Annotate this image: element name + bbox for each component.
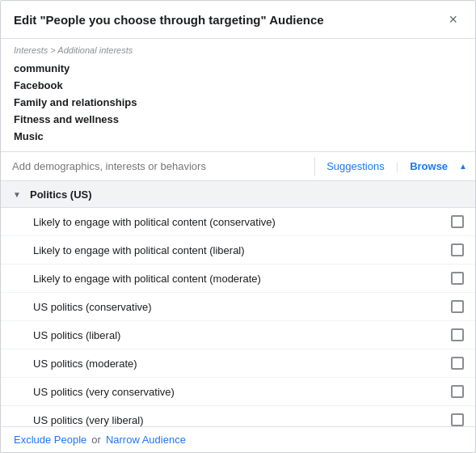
option-label: US politics (very liberal): [33, 414, 451, 426]
or-separator: or: [91, 434, 101, 446]
list-item[interactable]: Likely to engage with political content …: [1, 265, 475, 293]
narrow-audience-link[interactable]: Narrow Audience: [106, 434, 186, 446]
exclude-people-link[interactable]: Exclude People: [14, 434, 86, 446]
option-checkbox[interactable]: [451, 300, 464, 313]
interest-item: Facebook: [14, 77, 462, 94]
modal-header: Edit "People you choose through targetin…: [1, 1, 475, 39]
option-label: Likely to engage with political content …: [33, 216, 451, 228]
browse-chevron-icon: ▲: [459, 162, 467, 171]
interests-header: Interests > Additional interests: [14, 45, 462, 55]
option-checkbox[interactable]: [451, 328, 464, 341]
option-checkbox[interactable]: [451, 357, 464, 370]
modal-footer: Exclude People or Narrow Audience: [1, 426, 475, 452]
modal: Edit "People you choose through targetin…: [0, 0, 476, 453]
search-input[interactable]: [1, 152, 314, 180]
option-label: US politics (conservative): [33, 301, 451, 313]
option-checkbox[interactable]: [451, 385, 464, 398]
interest-item: Family and relationships: [14, 94, 462, 111]
suggestions-tab[interactable]: Suggestions: [315, 152, 396, 180]
option-label: US politics (very conservative): [33, 386, 451, 398]
modal-title: Edit "People you choose through targetin…: [14, 13, 324, 27]
option-label: Likely to engage with political content …: [33, 273, 451, 285]
list-item[interactable]: Likely to engage with political content …: [1, 208, 475, 236]
chevron-down-icon: ▼: [11, 188, 23, 201]
close-button[interactable]: ×: [444, 11, 462, 28]
category-header[interactable]: ▼ Politics (US): [1, 181, 475, 208]
interest-item: community: [14, 60, 462, 77]
interests-list: Interests > Additional interests communi…: [1, 39, 475, 152]
interest-item: Music: [14, 128, 462, 145]
category-label: Politics (US): [30, 188, 92, 201]
option-label: Likely to engage with political content …: [33, 244, 451, 256]
option-checkbox[interactable]: [451, 215, 464, 228]
browse-section: ▼ Politics (US) Likely to engage with po…: [1, 181, 475, 426]
list-item[interactable]: Likely to engage with political content …: [1, 236, 475, 265]
interest-item: Fitness and wellness: [14, 111, 462, 128]
list-item[interactable]: US politics (conservative): [1, 293, 475, 321]
list-item[interactable]: US politics (very conservative): [1, 378, 475, 406]
list-item[interactable]: US politics (liberal): [1, 321, 475, 349]
list-item[interactable]: US politics (very liberal): [1, 406, 475, 426]
option-label: US politics (liberal): [33, 329, 451, 341]
search-bar: Suggestions | Browse ▲: [1, 152, 475, 181]
option-checkbox[interactable]: [451, 243, 464, 256]
option-checkbox[interactable]: [451, 272, 464, 285]
browse-tab[interactable]: Browse: [398, 152, 459, 180]
option-checkbox[interactable]: [451, 413, 464, 426]
option-label: US politics (moderate): [33, 358, 451, 370]
list-item[interactable]: US politics (moderate): [1, 349, 475, 378]
